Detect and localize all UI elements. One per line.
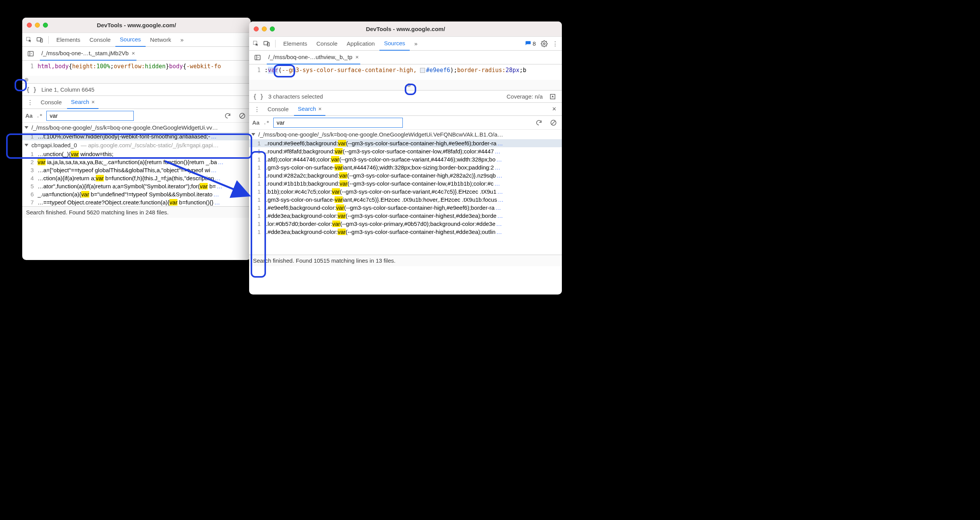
tab-console[interactable]: Console — [85, 33, 115, 47]
tab-sources[interactable]: Sources — [115, 33, 146, 47]
result-row[interactable]: 1..round:#e9eef6;background:var(--gm3-sy… — [249, 139, 562, 147]
result-row[interactable]: 3…a=["object"==typeof globalThis&&global… — [22, 166, 251, 174]
close-drawer-tab-icon[interactable]: × — [92, 99, 95, 105]
coverage-icon[interactable] — [547, 91, 558, 102]
file-tab-label: /_/mss/boq-one-…uthview,_b,_tp — [268, 54, 352, 60]
result-row[interactable]: 6_.ua=function(a){var b="undefined"!=typ… — [22, 190, 251, 198]
search-input[interactable] — [273, 118, 403, 128]
cursor-position: Line 1, Column 6645 — [41, 86, 94, 93]
drawer-tabs: ⋮ Console Search × — [22, 96, 251, 109]
tab-console[interactable]: Console — [312, 37, 342, 51]
drawer-tab-search[interactable]: Search × — [294, 103, 325, 116]
tab-elements[interactable]: Elements — [279, 37, 312, 51]
main-toolbar: Elements Console Application Sources » 8… — [249, 37, 562, 51]
result-row[interactable]: 1..round:#f8fafd;background:var(--gm3-sy… — [249, 147, 562, 155]
inspect-icon[interactable] — [251, 38, 261, 49]
drawer-menu-icon[interactable]: ⋮ — [25, 97, 35, 108]
pretty-print-icon[interactable]: { } — [253, 91, 264, 102]
navigator-toggle-icon[interactable] — [252, 52, 263, 63]
inspect-icon[interactable] — [24, 35, 34, 45]
close-drawer-icon[interactable]: × — [549, 104, 560, 115]
code-editor[interactable]: 1 :var(--gm3-sys-color-surface-container… — [249, 64, 562, 80]
result-row[interactable]: 2var ia,ja,la,sa,ta,xa,ya,Ba;_.ca=functi… — [22, 158, 251, 166]
search-results[interactable]: /_/mss/boq-one-google/_/ss/k=boq-one-goo… — [249, 130, 562, 255]
result-row[interactable]: 1..b1b);color:#c4c7c5;color:var(--gm3-sy… — [249, 188, 562, 196]
tab-sources[interactable]: Sources — [379, 37, 410, 51]
traffic-lights — [254, 26, 275, 31]
result-row[interactable]: 1..#dde3ea;background-color:var(--gm3-sy… — [249, 228, 562, 236]
clear-icon[interactable] — [548, 117, 559, 128]
devtools-window-left: DevTools - www.google.com/ Elements Cons… — [22, 18, 251, 260]
tab-more[interactable]: » — [410, 37, 422, 51]
window-title: DevTools - www.google.com/ — [249, 26, 562, 32]
close-tab-icon[interactable]: × — [132, 50, 135, 56]
result-row[interactable]: 1..afd);color:#444746;color:var(--gm3-sy… — [249, 155, 562, 163]
close-tab-icon[interactable]: × — [355, 54, 359, 60]
device-toggle-icon[interactable] — [34, 35, 45, 45]
search-status: Search finished. Found 5620 matching lin… — [22, 206, 251, 218]
device-toggle-icon[interactable] — [261, 38, 272, 49]
drawer-tab-console[interactable]: Console — [37, 96, 66, 109]
selection-status: 3 characters selected — [268, 93, 323, 100]
main-toolbar: Elements Console Sources Network » — [22, 33, 251, 47]
regex-toggle[interactable]: .* — [263, 120, 269, 125]
line-number: 1 — [249, 67, 264, 77]
result-row[interactable]: 1..#dde3ea;background-color:var(--gm3-sy… — [249, 212, 562, 220]
devtools-window-right: DevTools - www.google.com/ Elements Cons… — [249, 21, 562, 295]
result-row[interactable]: 1..round:#1b1b1b;background:var(--gm3-sy… — [249, 179, 562, 188]
drawer-tabs: ⋮ Console Search × × — [249, 103, 562, 116]
result-row[interactable]: 1…unction(_){var window=this; — [22, 150, 251, 158]
settings-icon[interactable] — [539, 38, 550, 49]
file-tab[interactable]: /_/mss/boq-one-…t,_stam,jMb2Vb × — [40, 47, 136, 61]
result-row[interactable]: 1…t:100%;overflow:hidden}body{-webkit-fo… — [22, 132, 251, 140]
navigator-toggle-icon[interactable] — [25, 48, 36, 59]
result-group-header[interactable]: /_/mss/boq-one-google/_/ss/k=boq-one-goo… — [22, 123, 251, 132]
close-icon[interactable] — [27, 23, 32, 28]
svg-rect-3 — [28, 51, 33, 56]
drawer-tab-console[interactable]: Console — [264, 103, 292, 116]
zoom-icon[interactable] — [43, 23, 48, 28]
result-group-header[interactable]: /_/mss/boq-one-google/_/ss/k=boq-one-goo… — [249, 130, 562, 139]
zoom-icon[interactable] — [270, 26, 275, 31]
tab-network[interactable]: Network — [146, 33, 176, 47]
result-row[interactable]: 1..round:#282a2c;background:var(--gm3-sy… — [249, 171, 562, 179]
refresh-icon[interactable] — [222, 110, 233, 121]
kebab-menu-icon[interactable]: ⋮ — [550, 38, 560, 49]
drawer-tab-search[interactable]: Search × — [67, 96, 98, 109]
file-tab-bar: /_/mss/boq-one-…uthview,_b,_tp × — [249, 51, 562, 64]
refresh-icon[interactable] — [534, 117, 544, 128]
match-case-toggle[interactable]: Aa — [252, 119, 259, 126]
window-title: DevTools - www.google.com/ — [22, 22, 251, 28]
traffic-lights — [27, 23, 48, 28]
close-icon[interactable] — [254, 26, 259, 31]
code-editor[interactable]: 1 html,body{height:100%;overflow:hidden}… — [22, 61, 251, 76]
result-row[interactable]: 1..#e9eef6;background-color:var(--gm3-sy… — [249, 204, 562, 212]
tab-more[interactable]: » — [176, 33, 188, 47]
titlebar: DevTools - www.google.com/ — [249, 21, 562, 37]
close-drawer-tab-icon[interactable]: × — [318, 105, 322, 112]
file-tab[interactable]: /_/mss/boq-one-…uthview,_b,_tp × — [267, 51, 360, 64]
result-group-header[interactable]: cb=gapi.loaded_0— apis.google.com/_/scs/… — [22, 140, 251, 150]
match-case-toggle[interactable]: Aa — [25, 112, 33, 119]
result-row[interactable]: 1..lor:#0b57d0;border-color:var(--gm3-sy… — [249, 220, 562, 228]
minimap — [22, 76, 251, 84]
regex-toggle[interactable]: .* — [36, 113, 43, 118]
search-results[interactable]: /_/mss/boq-one-google/_/ss/k=boq-one-goo… — [22, 123, 251, 206]
pretty-print-icon[interactable]: { } — [26, 84, 37, 95]
tab-application[interactable]: Application — [342, 37, 379, 51]
result-row[interactable]: 1..gm3-sys-color-on-surface-variant,#c4c… — [249, 196, 562, 204]
minimize-icon[interactable] — [262, 26, 267, 31]
result-row[interactable]: 7…==typeof Object.create?Object.create:f… — [22, 198, 251, 206]
result-row[interactable]: 4…ction(a){if(a)return a;var b=function(… — [22, 174, 251, 182]
minimap — [249, 80, 562, 91]
minimap-marker — [25, 78, 28, 82]
result-row[interactable]: 5…ator",function(a){if(a)return a;a=Symb… — [22, 182, 251, 190]
search-input[interactable] — [46, 111, 134, 121]
minimize-icon[interactable] — [35, 23, 40, 28]
result-row[interactable]: 1..gm3-sys-color-on-surface-variant,#444… — [249, 163, 562, 171]
issues-badge[interactable]: 8 — [525, 40, 536, 47]
clear-icon[interactable] — [237, 110, 248, 121]
tab-elements[interactable]: Elements — [52, 33, 85, 47]
titlebar: DevTools - www.google.com/ — [22, 18, 251, 33]
drawer-menu-icon[interactable]: ⋮ — [251, 104, 262, 115]
